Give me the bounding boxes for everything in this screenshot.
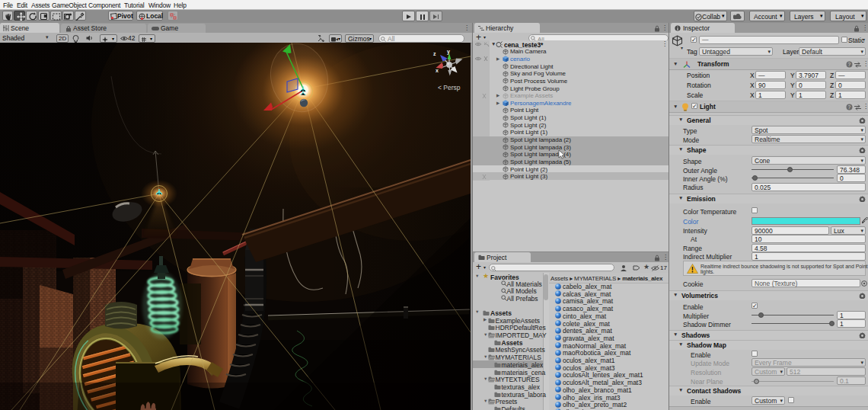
svg-text:y: y [447, 49, 450, 55]
svg-text:˂ Persp: ˂ Persp [438, 84, 461, 91]
svg-text:?: ? [848, 104, 851, 110]
svg-text:x: x [436, 68, 439, 73]
svg-text:?: ? [848, 62, 851, 67]
svg-text:z: z [433, 51, 436, 56]
